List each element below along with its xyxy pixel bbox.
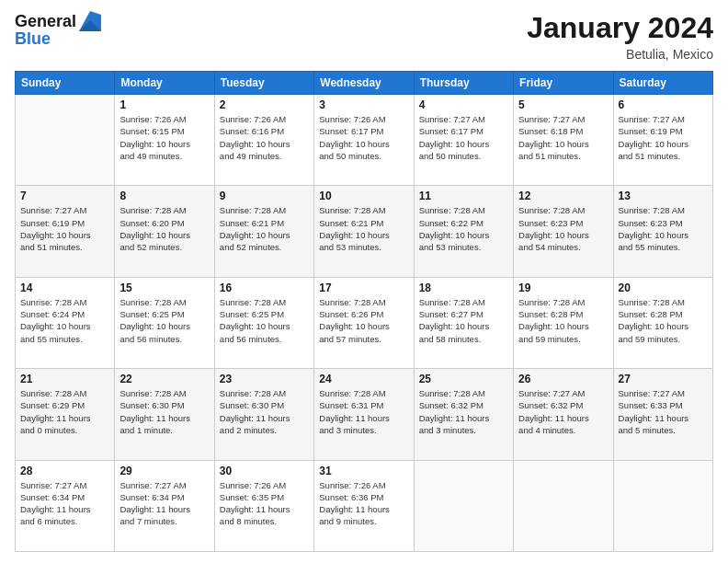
day-number: 22: [119, 373, 209, 385]
day-info: Sunrise: 7:28 AM Sunset: 6:23 PM Dayligh…: [619, 204, 708, 253]
calendar-cell: 17Sunrise: 7:28 AM Sunset: 6:26 PM Dayli…: [314, 277, 414, 368]
day-info: Sunrise: 7:28 AM Sunset: 6:28 PM Dayligh…: [619, 296, 708, 345]
calendar-cell: [16, 95, 115, 186]
day-number: 7: [20, 190, 109, 202]
calendar-cell: 26Sunrise: 7:27 AM Sunset: 6:32 PM Dayli…: [514, 369, 613, 460]
day-info: Sunrise: 7:28 AM Sunset: 6:20 PM Dayligh…: [119, 204, 209, 253]
day-info: Sunrise: 7:27 AM Sunset: 6:19 PM Dayligh…: [20, 204, 109, 253]
calendar-header-row: Sunday Monday Tuesday Wednesday Thursday…: [16, 72, 713, 95]
calendar-week-row: 7Sunrise: 7:27 AM Sunset: 6:19 PM Daylig…: [16, 186, 713, 277]
calendar-cell: 18Sunrise: 7:28 AM Sunset: 6:27 PM Dayli…: [414, 277, 513, 368]
calendar-cell: 23Sunrise: 7:28 AM Sunset: 6:30 PM Dayli…: [214, 369, 313, 460]
calendar-table: Sunday Monday Tuesday Wednesday Thursday…: [15, 71, 713, 552]
day-info: Sunrise: 7:27 AM Sunset: 6:19 PM Dayligh…: [619, 113, 708, 162]
calendar-cell: 19Sunrise: 7:28 AM Sunset: 6:28 PM Dayli…: [514, 277, 613, 368]
calendar-week-row: 1Sunrise: 7:26 AM Sunset: 6:15 PM Daylig…: [16, 95, 713, 186]
day-number: 19: [518, 282, 608, 294]
col-saturday: Saturday: [613, 72, 712, 95]
calendar-cell: 24Sunrise: 7:28 AM Sunset: 6:31 PM Dayli…: [314, 369, 414, 460]
calendar-cell: 20Sunrise: 7:28 AM Sunset: 6:28 PM Dayli…: [613, 277, 712, 368]
calendar-cell: 30Sunrise: 7:26 AM Sunset: 6:35 PM Dayli…: [214, 460, 313, 551]
calendar-cell: [414, 460, 513, 551]
calendar-cell: 25Sunrise: 7:28 AM Sunset: 6:32 PM Dayli…: [414, 369, 513, 460]
day-number: 31: [319, 465, 408, 477]
day-number: 14: [20, 282, 109, 294]
calendar-cell: 2Sunrise: 7:26 AM Sunset: 6:16 PM Daylig…: [214, 95, 313, 186]
day-number: 23: [220, 373, 309, 385]
day-number: 28: [20, 465, 109, 477]
calendar-cell: 10Sunrise: 7:28 AM Sunset: 6:21 PM Dayli…: [314, 186, 414, 277]
day-info: Sunrise: 7:27 AM Sunset: 6:32 PM Dayligh…: [518, 387, 608, 436]
page: General Blue January 2024 Betulia, Mexic…: [0, 0, 728, 563]
calendar-cell: 29Sunrise: 7:27 AM Sunset: 6:34 PM Dayli…: [115, 460, 214, 551]
day-info: Sunrise: 7:27 AM Sunset: 6:33 PM Dayligh…: [619, 387, 708, 436]
day-number: 6: [619, 98, 708, 111]
day-number: 21: [20, 373, 109, 385]
col-wednesday: Wednesday: [314, 72, 414, 95]
logo: General Blue: [15, 11, 101, 49]
day-info: Sunrise: 7:28 AM Sunset: 6:25 PM Dayligh…: [220, 296, 309, 345]
day-number: 20: [619, 282, 708, 294]
col-sunday: Sunday: [16, 72, 115, 95]
col-monday: Monday: [115, 72, 214, 95]
day-number: 30: [220, 465, 309, 477]
day-number: 5: [518, 98, 608, 111]
day-info: Sunrise: 7:28 AM Sunset: 6:27 PM Dayligh…: [419, 296, 508, 345]
day-number: 13: [619, 190, 708, 202]
calendar-cell: 27Sunrise: 7:27 AM Sunset: 6:33 PM Dayli…: [613, 369, 712, 460]
day-number: 18: [419, 282, 508, 294]
day-info: Sunrise: 7:27 AM Sunset: 6:34 PM Dayligh…: [20, 479, 109, 528]
day-info: Sunrise: 7:28 AM Sunset: 6:31 PM Dayligh…: [319, 387, 408, 436]
day-info: Sunrise: 7:28 AM Sunset: 6:23 PM Dayligh…: [518, 204, 608, 253]
calendar-cell: 13Sunrise: 7:28 AM Sunset: 6:23 PM Dayli…: [613, 186, 712, 277]
day-info: Sunrise: 7:28 AM Sunset: 6:21 PM Dayligh…: [319, 204, 408, 253]
calendar-cell: 21Sunrise: 7:28 AM Sunset: 6:29 PM Dayli…: [16, 369, 115, 460]
day-number: 15: [119, 282, 209, 294]
calendar-cell: [514, 460, 613, 551]
day-number: 16: [220, 282, 309, 294]
day-info: Sunrise: 7:27 AM Sunset: 6:17 PM Dayligh…: [419, 113, 508, 162]
col-tuesday: Tuesday: [214, 72, 313, 95]
day-info: Sunrise: 7:28 AM Sunset: 6:25 PM Dayligh…: [119, 296, 209, 345]
calendar-cell: 14Sunrise: 7:28 AM Sunset: 6:24 PM Dayli…: [16, 277, 115, 368]
calendar-week-row: 21Sunrise: 7:28 AM Sunset: 6:29 PM Dayli…: [16, 369, 713, 460]
calendar-cell: 31Sunrise: 7:26 AM Sunset: 6:36 PM Dayli…: [314, 460, 414, 551]
calendar-cell: 6Sunrise: 7:27 AM Sunset: 6:19 PM Daylig…: [613, 95, 712, 186]
header: General Blue January 2024 Betulia, Mexic…: [15, 11, 713, 62]
day-number: 2: [220, 98, 309, 111]
calendar-cell: 4Sunrise: 7:27 AM Sunset: 6:17 PM Daylig…: [414, 95, 513, 186]
calendar-cell: 3Sunrise: 7:26 AM Sunset: 6:17 PM Daylig…: [314, 95, 414, 186]
day-info: Sunrise: 7:27 AM Sunset: 6:18 PM Dayligh…: [518, 113, 608, 162]
day-info: Sunrise: 7:28 AM Sunset: 6:28 PM Dayligh…: [518, 296, 608, 345]
day-info: Sunrise: 7:28 AM Sunset: 6:29 PM Dayligh…: [20, 387, 109, 436]
logo-blue: Blue: [15, 29, 101, 49]
day-number: 12: [518, 190, 608, 202]
col-thursday: Thursday: [414, 72, 513, 95]
col-friday: Friday: [514, 72, 613, 95]
calendar-cell: 11Sunrise: 7:28 AM Sunset: 6:22 PM Dayli…: [414, 186, 513, 277]
day-info: Sunrise: 7:26 AM Sunset: 6:15 PM Dayligh…: [119, 113, 209, 162]
day-info: Sunrise: 7:28 AM Sunset: 6:30 PM Dayligh…: [119, 387, 209, 436]
day-number: 29: [119, 465, 209, 477]
calendar-cell: 15Sunrise: 7:28 AM Sunset: 6:25 PM Dayli…: [115, 277, 214, 368]
calendar-cell: 7Sunrise: 7:27 AM Sunset: 6:19 PM Daylig…: [16, 186, 115, 277]
day-info: Sunrise: 7:26 AM Sunset: 6:17 PM Dayligh…: [319, 113, 408, 162]
calendar-cell: 22Sunrise: 7:28 AM Sunset: 6:30 PM Dayli…: [115, 369, 214, 460]
calendar-cell: 1Sunrise: 7:26 AM Sunset: 6:15 PM Daylig…: [115, 95, 214, 186]
calendar-cell: 28Sunrise: 7:27 AM Sunset: 6:34 PM Dayli…: [16, 460, 115, 551]
logo-icon: [79, 11, 101, 31]
day-number: 27: [619, 373, 708, 385]
day-info: Sunrise: 7:28 AM Sunset: 6:22 PM Dayligh…: [419, 204, 508, 253]
logo-general: General: [15, 12, 76, 31]
day-info: Sunrise: 7:28 AM Sunset: 6:26 PM Dayligh…: [319, 296, 408, 345]
day-number: 17: [319, 282, 408, 294]
title-block: January 2024 Betulia, Mexico: [527, 11, 713, 62]
calendar-week-row: 14Sunrise: 7:28 AM Sunset: 6:24 PM Dayli…: [16, 277, 713, 368]
day-number: 9: [220, 190, 309, 202]
day-number: 24: [319, 373, 408, 385]
day-info: Sunrise: 7:28 AM Sunset: 6:32 PM Dayligh…: [419, 387, 508, 436]
day-number: 3: [319, 98, 408, 111]
day-number: 11: [419, 190, 508, 202]
day-info: Sunrise: 7:28 AM Sunset: 6:24 PM Dayligh…: [20, 296, 109, 345]
calendar-week-row: 28Sunrise: 7:27 AM Sunset: 6:34 PM Dayli…: [16, 460, 713, 551]
